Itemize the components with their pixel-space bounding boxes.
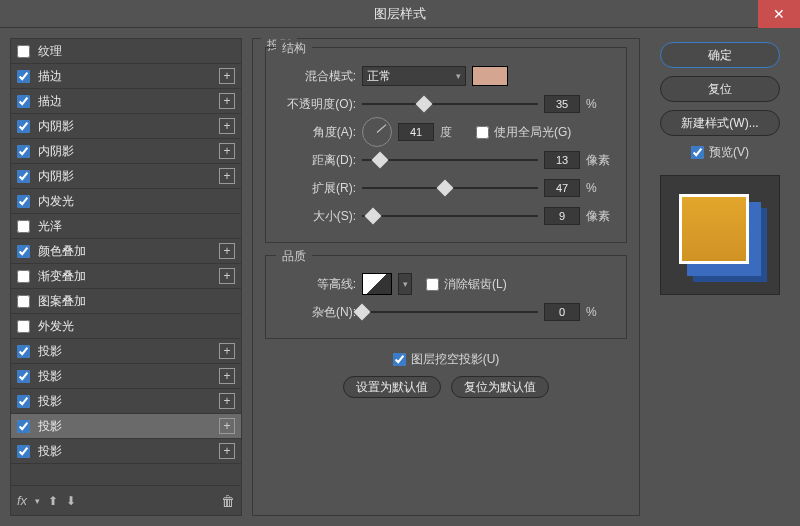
- new-style-button[interactable]: 新建样式(W)...: [660, 110, 780, 136]
- sidebar-item-checkbox[interactable]: [17, 170, 30, 183]
- structure-group: 结构 混合模式: 正常 ▾ 不透明度(O): % 角度(A): 度: [265, 47, 627, 243]
- blend-mode-select[interactable]: 正常 ▾: [362, 66, 466, 86]
- add-icon[interactable]: +: [219, 418, 235, 434]
- sidebar-item-label: 内阴影: [38, 143, 219, 160]
- close-button[interactable]: ✕: [758, 0, 800, 28]
- sidebar-item-checkbox[interactable]: [17, 395, 30, 408]
- angle-dial[interactable]: [362, 117, 392, 147]
- add-icon[interactable]: +: [219, 343, 235, 359]
- spread-input[interactable]: [544, 179, 580, 197]
- contour-picker[interactable]: [362, 273, 392, 295]
- opacity-input[interactable]: [544, 95, 580, 113]
- distance-label: 距离(D):: [276, 152, 356, 169]
- ok-button[interactable]: 确定: [660, 42, 780, 68]
- blend-label: 混合模式:: [276, 68, 356, 85]
- preview-checkbox[interactable]: 预览(V): [691, 144, 749, 161]
- sidebar-item-5[interactable]: 内阴影+: [11, 164, 241, 189]
- sidebar-item-label: 外发光: [38, 318, 235, 335]
- sidebar-item-checkbox[interactable]: [17, 295, 30, 308]
- quality-title: 品质: [276, 248, 312, 265]
- add-icon[interactable]: +: [219, 443, 235, 459]
- fx-menu[interactable]: fx: [17, 493, 27, 508]
- global-light-checkbox[interactable]: 使用全局光(G): [476, 124, 571, 141]
- add-icon[interactable]: +: [219, 68, 235, 84]
- move-down-icon[interactable]: ⬇: [66, 494, 76, 508]
- sidebar-item-checkbox[interactable]: [17, 245, 30, 258]
- sidebar-item-12[interactable]: 投影+: [11, 339, 241, 364]
- sidebar-item-checkbox[interactable]: [17, 95, 30, 108]
- noise-label: 杂色(N):: [276, 304, 356, 321]
- add-icon[interactable]: +: [219, 168, 235, 184]
- add-icon[interactable]: +: [219, 243, 235, 259]
- noise-input[interactable]: [544, 303, 580, 321]
- distance-slider[interactable]: [362, 152, 538, 168]
- sidebar-item-14[interactable]: 投影+: [11, 389, 241, 414]
- sidebar-item-label: 描边: [38, 68, 219, 85]
- add-icon[interactable]: +: [219, 118, 235, 134]
- sidebar-item-15[interactable]: 投影+: [11, 414, 241, 439]
- sidebar-item-checkbox[interactable]: [17, 420, 30, 433]
- antialias-checkbox[interactable]: 消除锯齿(L): [426, 276, 507, 293]
- sidebar-item-checkbox[interactable]: [17, 320, 30, 333]
- size-slider[interactable]: [362, 208, 538, 224]
- sidebar-item-checkbox[interactable]: [17, 270, 30, 283]
- sidebar-item-label: 投影: [38, 368, 219, 385]
- move-up-icon[interactable]: ⬆: [48, 494, 58, 508]
- sidebar-item-11[interactable]: 外发光: [11, 314, 241, 339]
- sidebar-item-9[interactable]: 渐变叠加+: [11, 264, 241, 289]
- sidebar-item-checkbox[interactable]: [17, 220, 30, 233]
- add-icon[interactable]: +: [219, 268, 235, 284]
- add-icon[interactable]: +: [219, 93, 235, 109]
- angle-input[interactable]: [398, 123, 434, 141]
- sidebar-item-8[interactable]: 颜色叠加+: [11, 239, 241, 264]
- structure-title: 结构: [276, 40, 312, 57]
- opacity-unit: %: [586, 97, 616, 111]
- contour-dropdown[interactable]: ▾: [398, 273, 412, 295]
- knockout-checkbox[interactable]: 图层挖空投影(U): [393, 351, 500, 368]
- sidebar-item-0[interactable]: 纹理: [11, 39, 241, 64]
- sidebar-item-checkbox[interactable]: [17, 445, 30, 458]
- add-icon[interactable]: +: [219, 368, 235, 384]
- sidebar-item-checkbox[interactable]: [17, 345, 30, 358]
- angle-label: 角度(A):: [276, 124, 356, 141]
- angle-unit: 度: [440, 124, 470, 141]
- cancel-button[interactable]: 复位: [660, 76, 780, 102]
- sidebar-item-16[interactable]: 投影+: [11, 439, 241, 464]
- sidebar-item-4[interactable]: 内阴影+: [11, 139, 241, 164]
- sidebar-item-2[interactable]: 描边+: [11, 89, 241, 114]
- make-default-button[interactable]: 设置为默认值: [343, 376, 441, 398]
- global-light-label: 使用全局光(G): [494, 124, 571, 141]
- sidebar-item-1[interactable]: 描边+: [11, 64, 241, 89]
- trash-icon[interactable]: 🗑: [221, 493, 235, 509]
- color-swatch[interactable]: [472, 66, 508, 86]
- noise-unit: %: [586, 305, 616, 319]
- add-icon[interactable]: +: [219, 393, 235, 409]
- sidebar-item-checkbox[interactable]: [17, 370, 30, 383]
- sidebar-item-checkbox[interactable]: [17, 145, 30, 158]
- sidebar-item-10[interactable]: 图案叠加: [11, 289, 241, 314]
- sidebar-item-checkbox[interactable]: [17, 120, 30, 133]
- sidebar-item-checkbox[interactable]: [17, 70, 30, 83]
- spread-unit: %: [586, 181, 616, 195]
- blend-mode-value: 正常: [367, 68, 391, 85]
- sidebar-item-13[interactable]: 投影+: [11, 364, 241, 389]
- sidebar-item-checkbox[interactable]: [17, 45, 30, 58]
- reset-default-button[interactable]: 复位为默认值: [451, 376, 549, 398]
- spread-slider[interactable]: [362, 180, 538, 196]
- sidebar-item-6[interactable]: 内发光: [11, 189, 241, 214]
- distance-input[interactable]: [544, 151, 580, 169]
- sidebar-item-checkbox[interactable]: [17, 195, 30, 208]
- size-label: 大小(S):: [276, 208, 356, 225]
- preview-thumbnail: [660, 175, 780, 295]
- opacity-slider[interactable]: [362, 96, 538, 112]
- settings-panel: 投影 结构 混合模式: 正常 ▾ 不透明度(O): % 角度(A):: [252, 38, 640, 516]
- size-input[interactable]: [544, 207, 580, 225]
- noise-slider[interactable]: [362, 304, 538, 320]
- add-icon[interactable]: +: [219, 143, 235, 159]
- chevron-down-icon: ▾: [456, 71, 461, 81]
- sidebar-item-label: 投影: [38, 418, 219, 435]
- spread-label: 扩展(R):: [276, 180, 356, 197]
- effects-sidebar: 纹理描边+描边+内阴影+内阴影+内阴影+内发光光泽颜色叠加+渐变叠加+图案叠加外…: [10, 38, 242, 516]
- sidebar-item-7[interactable]: 光泽: [11, 214, 241, 239]
- sidebar-item-3[interactable]: 内阴影+: [11, 114, 241, 139]
